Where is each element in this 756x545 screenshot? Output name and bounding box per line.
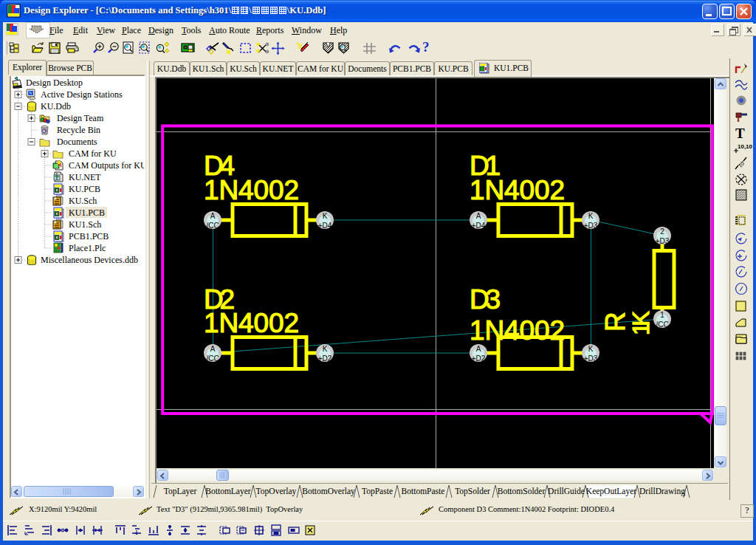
svg-text:A: A [210,212,216,220]
svg-text:PCB1.PCB: PCB1.PCB [69,231,109,241]
svg-text:KU1.Sch: KU1.Sch [69,219,101,230]
svg-text:KU1.PCB: KU1.PCB [69,208,105,218]
svg-text:+D4: +D4 [318,222,332,230]
svg-text:+D2: +D2 [472,354,486,363]
svg-text:TopSolder: TopSolder [455,487,490,496]
svg-text:BottomLayer: BottomLayer [205,487,250,496]
svg-text:/CC: /CC [656,321,668,329]
svg-text:Recycle Bin: Recycle Bin [57,125,100,135]
svg-text:TopLayer: TopLayer [164,487,197,496]
svg-text:KeepOutLayer: KeepOutLayer [586,487,636,496]
svg-text:BottomSolder: BottomSolder [498,487,546,496]
svg-text:K: K [323,345,328,353]
svg-text:+D2: +D2 [318,354,332,363]
svg-text:Place1.Plc: Place1.Plc [69,243,106,253]
svg-text:KU.PCB: KU.PCB [69,184,100,194]
svg-text:DrillGuide: DrillGuide [548,487,585,496]
svg-text:DrillDrawing: DrillDrawing [639,487,685,496]
svg-text:+D3: +D3 [584,354,598,363]
svg-text:A: A [476,345,481,353]
svg-text:BottomOverlay: BottomOverlay [302,487,355,496]
svg-text:TopOverlay: TopOverlay [256,487,297,496]
svg-text:CAM Outputs for KU: CAM Outputs for KU [69,160,144,171]
svg-text:+D3: +D3 [656,237,670,245]
svg-text:KU.Ddb: KU.Ddb [41,101,71,112]
svg-text:Design Desktop: Design Desktop [26,78,83,88]
svg-text:1N4002: 1N4002 [470,315,565,346]
svg-text:KU.NET: KU.NET [69,172,101,182]
svg-text:K: K [588,345,594,353]
svg-text:1N4002: 1N4002 [204,308,299,338]
svg-text:Documents: Documents [57,137,97,147]
svg-text:D3: D3 [470,284,501,315]
svg-text:10,10: 10,10 [738,143,752,150]
svg-text:TopPaste: TopPaste [362,487,393,496]
svg-text:A: A [476,212,481,220]
svg-text:1K: 1K [628,311,654,335]
svg-text:BottomPaste: BottomPaste [402,487,445,496]
svg-text:+D4: +D4 [472,222,486,230]
svg-text:/CC: /CC [206,222,219,230]
svg-text:R: R [600,312,630,332]
svg-text:2: 2 [660,227,664,236]
svg-text:A: A [210,345,216,353]
svg-text:10: 10 [738,160,746,168]
svg-text:CAM for KU: CAM for KU [69,148,117,159]
svg-text:Miscellaneous Devices.ddb: Miscellaneous Devices.ddb [41,255,138,265]
svg-text:K: K [588,212,594,220]
svg-text:1: 1 [660,311,664,319]
svg-text:+D3: +D3 [584,222,598,230]
svg-text:T: T [735,126,745,141]
svg-text:1N4002: 1N4002 [470,175,565,205]
svg-text:1N4002: 1N4002 [204,175,299,205]
svg-text:Design Team: Design Team [57,113,104,123]
svg-text:/CC: /CC [206,354,219,363]
svg-text:K: K [323,212,328,220]
svg-text:KU.Sch: KU.Sch [69,196,97,206]
svg-text:Active Design Stations: Active Design Stations [41,89,123,100]
